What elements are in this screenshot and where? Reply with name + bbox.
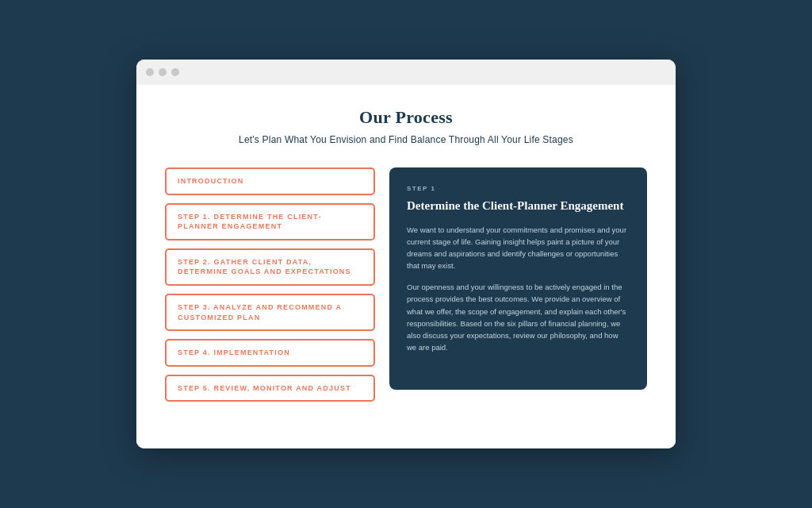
browser-dot-2: [159, 68, 167, 76]
step-button-step4[interactable]: Step 4. Implementation: [165, 339, 375, 367]
steps-list: IntroductionStep 1. Determine the Client…: [165, 167, 375, 402]
detail-title: Determine the Client-Planner Engagement: [407, 198, 630, 214]
browser-dot-3: [171, 68, 179, 76]
step-button-step2[interactable]: Step 2. Gather Client Data, Determine Go…: [165, 248, 375, 286]
detail-paragraph-1: We want to understand your commitments a…: [407, 224, 630, 272]
main-layout: IntroductionStep 1. Determine the Client…: [165, 167, 647, 402]
step-button-step3[interactable]: Step 3. Analyze and Recommend a Customiz…: [165, 294, 375, 331]
page-header: Our Process Let's Plan What You Envision…: [165, 107, 647, 145]
detail-step-label: Step 1: [407, 185, 630, 192]
step-button-step1[interactable]: Step 1. Determine the Client-Planner Eng…: [165, 203, 375, 241]
browser-dot-1: [146, 68, 154, 76]
step-button-intro[interactable]: Introduction: [165, 167, 375, 195]
detail-paragraph-2: Our openness and your willingness to be …: [407, 281, 630, 353]
page-title: Our Process: [165, 107, 647, 128]
detail-body: We want to understand your commitments a…: [407, 224, 630, 354]
detail-card: Step 1 Determine the Client-Planner Enga…: [389, 167, 647, 390]
browser-window: Our Process Let's Plan What You Envision…: [136, 60, 676, 448]
browser-chrome: [136, 60, 676, 85]
browser-content: Our Process Let's Plan What You Envision…: [136, 85, 676, 448]
page-subtitle: Let's Plan What You Envision and Find Ba…: [165, 134, 647, 145]
step-button-step5[interactable]: Step 5. Review, Monitor and Adjust: [165, 375, 375, 402]
